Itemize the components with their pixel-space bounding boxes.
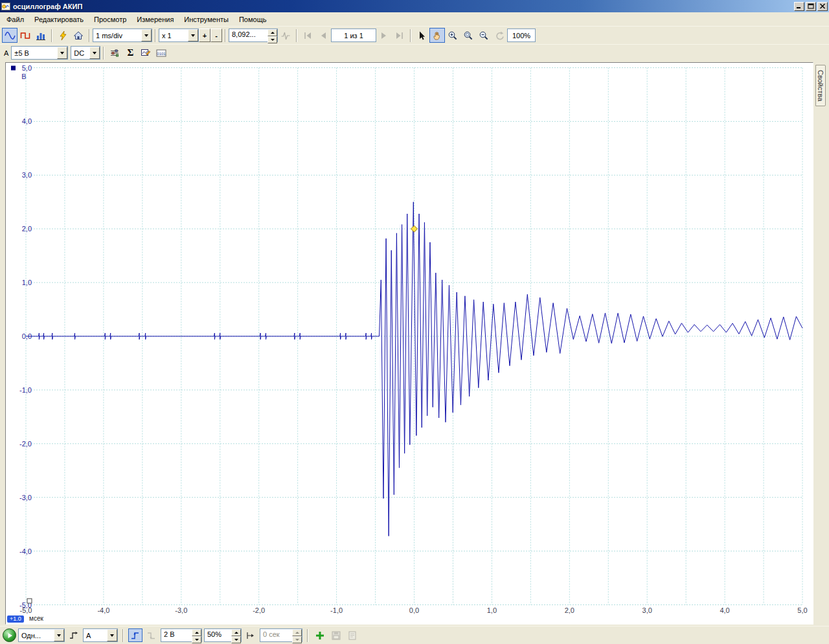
toolbar-separator xyxy=(103,47,104,60)
scale-decrease-button[interactable]: - xyxy=(210,29,222,42)
pan-tool-button[interactable] xyxy=(429,28,445,43)
x-tick-label: -1,0 xyxy=(330,606,343,614)
goto-trigger-button[interactable] xyxy=(244,628,258,642)
rising-edge-button[interactable] xyxy=(128,628,142,642)
auto-setup-button[interactable] xyxy=(55,28,71,43)
toolbar-separator xyxy=(296,29,297,42)
x-tick-label: 5,0 xyxy=(797,606,807,614)
app-window: осциллограф АКИП Файл Редактировать Прос… xyxy=(0,0,829,644)
toolbar-separator xyxy=(225,29,226,42)
add-measurement-button[interactable] xyxy=(313,628,327,642)
axis-drag-handle[interactable] xyxy=(27,599,32,603)
spin-up-icon[interactable] xyxy=(267,29,277,36)
x-tick-label: 0,0 xyxy=(409,606,419,614)
waveform-view-button[interactable] xyxy=(2,28,17,43)
trigger-level-spinner[interactable]: 2 В xyxy=(161,628,202,642)
chevron-down-icon[interactable] xyxy=(54,629,64,641)
spin-down-icon[interactable] xyxy=(292,636,302,643)
offset-spinner[interactable]: 8,092... xyxy=(229,29,278,42)
y-tick-label: -2,0 xyxy=(19,440,32,448)
undo-zoom-button[interactable] xyxy=(492,28,507,43)
toolbar-separator xyxy=(89,29,90,42)
scale-increase-button[interactable]: + xyxy=(199,29,210,42)
spin-down-icon[interactable] xyxy=(192,636,201,643)
menu-file[interactable]: Файл xyxy=(1,14,29,25)
chevron-down-icon[interactable] xyxy=(188,29,198,41)
sliders-icon xyxy=(109,48,120,58)
channel-range-select[interactable]: ±5 В xyxy=(11,46,68,60)
menu-edit[interactable]: Редактировать xyxy=(29,14,89,25)
chevron-down-icon[interactable] xyxy=(89,47,100,59)
y-tick-label: -1,0 xyxy=(19,386,32,394)
channel-label: A xyxy=(2,49,11,57)
trigger-mode-select[interactable]: Одн... xyxy=(18,628,65,642)
close-button[interactable] xyxy=(817,2,828,11)
record-counter[interactable]: 1 из 1 xyxy=(331,29,376,42)
falling-edge-icon xyxy=(146,630,157,641)
scale-select[interactable]: x 1 xyxy=(159,29,199,42)
fit-view-button[interactable] xyxy=(278,28,293,43)
trigger-position-spinner[interactable]: 50% xyxy=(204,628,242,642)
save-result-button[interactable] xyxy=(329,628,343,642)
trigger-delay-spinner[interactable]: 0 сек xyxy=(260,628,302,642)
zoom-in-tool-button[interactable] xyxy=(445,28,460,43)
digital-display-button[interactable]: 0101 xyxy=(153,45,169,60)
chevron-down-icon[interactable] xyxy=(57,47,67,59)
app-icon xyxy=(1,2,10,11)
previous-record-button[interactable] xyxy=(315,28,331,43)
pulse-edge-icon xyxy=(69,630,79,641)
home-view-button[interactable] xyxy=(71,28,86,43)
properties-tab[interactable]: Свойства xyxy=(815,65,826,106)
timebase-select[interactable]: 1 ms/div xyxy=(93,29,152,42)
menu-tools[interactable]: Инструменты xyxy=(179,14,234,25)
export-result-button[interactable] xyxy=(345,628,359,642)
next-page-icon xyxy=(379,30,389,41)
histogram-view-button[interactable] xyxy=(33,28,49,43)
svg-text:0101: 0101 xyxy=(157,52,166,56)
minimize-button[interactable] xyxy=(794,2,804,11)
coupling-select[interactable]: DC xyxy=(71,46,100,60)
main-toolbar: 1 ms/div x 1 + - 8,092... xyxy=(0,26,829,44)
zoom-in-icon xyxy=(448,30,458,41)
chevron-down-icon[interactable] xyxy=(107,629,117,641)
menu-measurements[interactable]: Измерения xyxy=(131,14,179,25)
square-wave-view-button[interactable] xyxy=(17,28,33,43)
spin-up-icon[interactable] xyxy=(231,629,241,636)
x-tick-label: 3,0 xyxy=(642,606,652,614)
toolbar-separator xyxy=(307,629,308,642)
last-record-button[interactable] xyxy=(392,28,407,43)
spin-up-icon[interactable] xyxy=(292,629,302,636)
next-record-button[interactable] xyxy=(376,28,392,43)
run-button[interactable] xyxy=(3,628,16,642)
spin-down-icon[interactable] xyxy=(231,636,241,643)
zoom-level-field[interactable]: 100% xyxy=(507,29,536,42)
trigger-source-select[interactable]: A xyxy=(83,628,118,642)
measurement-marker-diamond[interactable] xyxy=(411,225,418,232)
trigger-type-button[interactable] xyxy=(67,628,81,642)
spin-down-icon[interactable] xyxy=(267,36,277,43)
channel-settings-button[interactable] xyxy=(107,45,122,60)
y-tick-label: -3,0 xyxy=(19,494,32,501)
pointer-tool-button[interactable] xyxy=(414,28,429,43)
fit-waveform-icon xyxy=(280,30,291,41)
toolbar-separator xyxy=(51,29,52,42)
zoom-region-tool-button[interactable] xyxy=(460,28,476,43)
first-record-button[interactable] xyxy=(300,28,315,43)
spin-up-icon[interactable] xyxy=(192,629,201,636)
math-function-button[interactable]: Σ xyxy=(122,45,138,60)
falling-edge-button[interactable] xyxy=(144,628,159,642)
zoom-out-tool-button[interactable] xyxy=(476,28,492,43)
x-tick-label: 2,0 xyxy=(565,606,574,614)
maximize-button[interactable] xyxy=(806,2,816,11)
plot-canvas[interactable]: 5,04,03,02,01,00,0-1,0-2,0-3,0-4,0-5,0-5… xyxy=(6,63,813,624)
x-tick-label: -4,0 xyxy=(97,606,109,614)
channel-legend-swatch xyxy=(11,66,16,71)
last-page-icon xyxy=(394,30,405,41)
trigger-level-value: 2 В xyxy=(161,629,192,641)
measurement-editor-button[interactable] xyxy=(138,45,153,60)
chevron-down-icon[interactable] xyxy=(141,29,152,41)
menu-help[interactable]: Помощь xyxy=(234,14,272,25)
menu-view[interactable]: Просмотр xyxy=(89,14,131,25)
maximize-icon xyxy=(808,3,814,9)
x-tick-label: 1,0 xyxy=(487,606,497,614)
